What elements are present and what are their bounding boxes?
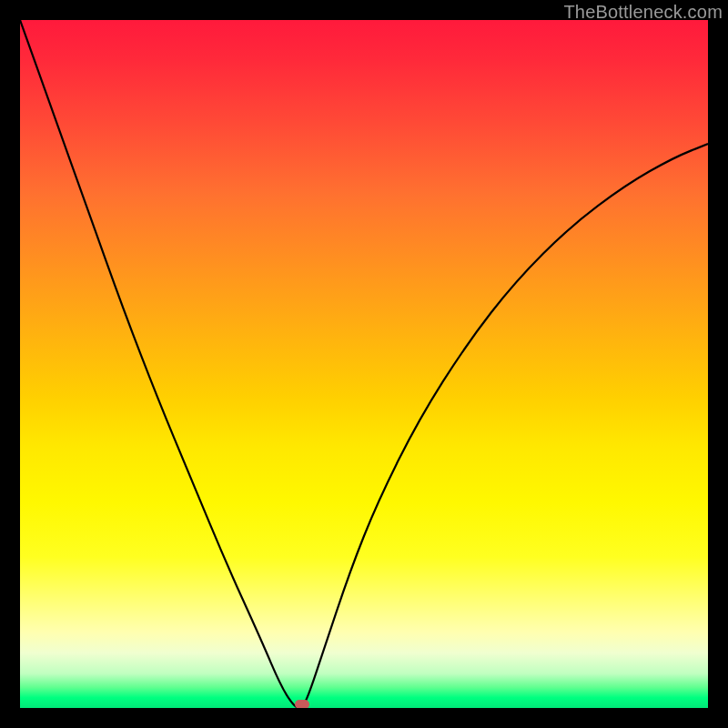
optimal-marker — [295, 700, 309, 708]
bottleneck-curve — [20, 20, 708, 708]
chart-frame: TheBottleneck.com — [0, 0, 728, 728]
watermark-text: TheBottleneck.com — [563, 2, 723, 23]
plot-area — [20, 20, 708, 708]
curve-layer — [20, 20, 708, 708]
